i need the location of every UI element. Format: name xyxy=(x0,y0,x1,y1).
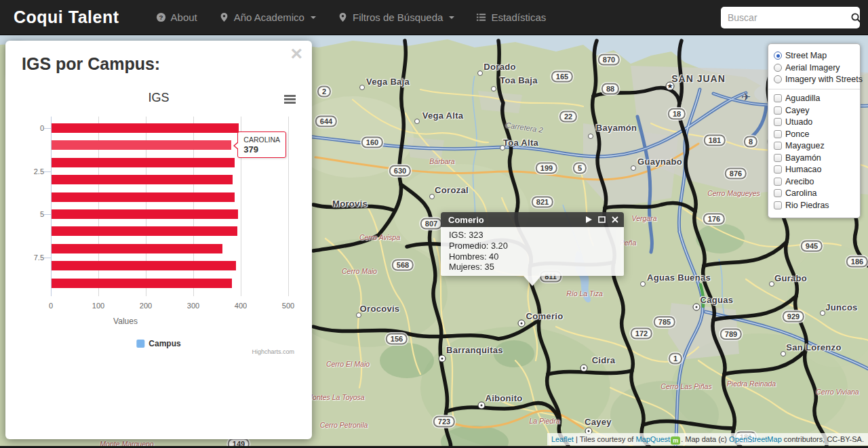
minor-label-piedra-reinada: Piedra Reinada xyxy=(727,380,776,388)
base-layer-label: Imagery with Streets xyxy=(785,75,863,84)
route-shield-181: 181 xyxy=(704,135,726,146)
chart-bar-5[interactable] xyxy=(52,209,238,219)
chart-bar-3[interactable] xyxy=(52,175,233,184)
radio-unselected[interactable] xyxy=(774,64,782,72)
overlay-layer-label: Mayaguez xyxy=(785,141,825,150)
town-label-san-lorenzo: San Lorenzo xyxy=(786,342,841,352)
base-layers-group: Street MapAerial ImageryImagery with Str… xyxy=(774,51,854,85)
checkbox-unchecked[interactable] xyxy=(774,178,782,186)
search-box xyxy=(721,7,860,28)
chart-legend[interactable]: Campus xyxy=(136,339,180,348)
town-marker-san-lorenzo xyxy=(781,351,786,357)
route-shield-568: 568 xyxy=(392,260,414,271)
x-axis-tick-label: 100 xyxy=(92,302,104,310)
town-marker-comerio xyxy=(518,320,526,327)
popup-play-icon[interactable] xyxy=(586,216,592,223)
chart-menu-icon[interactable] xyxy=(284,95,296,105)
overlay-layer-label: Rio Piedras xyxy=(785,201,829,210)
minor-label-ri-o-la-tiza: Río La Tiza xyxy=(566,289,603,298)
caret-down-icon xyxy=(311,16,316,19)
chart-bar-0[interactable] xyxy=(52,123,239,133)
chart-bar-7[interactable] xyxy=(52,244,222,253)
overlay-layer-mayaguez[interactable]: Mayaguez xyxy=(774,141,854,151)
town-marker-caguas xyxy=(693,304,701,311)
checkbox-unchecked[interactable] xyxy=(774,165,782,174)
nav-item-estadi-sticas[interactable]: Estadísticas xyxy=(465,0,557,35)
popup-stat-line: Hombres: 40 xyxy=(449,251,616,262)
chart-bar-6[interactable] xyxy=(52,226,237,236)
panel-title: IGS por Campus: xyxy=(22,54,160,74)
search-input[interactable] xyxy=(728,12,850,23)
chart-bar-1[interactable] xyxy=(52,140,231,150)
svg-text:?: ? xyxy=(159,14,163,21)
base-layer-aerial-imagery[interactable]: Aerial Imagery xyxy=(774,62,854,73)
town-marker-gurabo xyxy=(769,281,774,287)
overlay-layer-carolina[interactable]: Carolina xyxy=(774,188,854,199)
nav-item-label: Estadísticas xyxy=(491,12,546,23)
chart-bar-9[interactable] xyxy=(52,279,232,288)
base-layer-label: Aerial Imagery xyxy=(785,63,840,73)
attribution-suffix: contributors, CC-BY-SA. xyxy=(782,435,864,443)
checkbox-unchecked[interactable] xyxy=(774,154,782,162)
route-shield-2: 2 xyxy=(317,86,331,98)
nav-item-an-o-academico[interactable]: Año Academico xyxy=(208,0,327,35)
radio-selected[interactable] xyxy=(774,52,782,60)
town-marker-vega-baja xyxy=(359,85,365,90)
town-marker-vega-alta xyxy=(414,119,420,124)
checkbox-unchecked[interactable] xyxy=(774,189,782,197)
checkbox-unchecked[interactable] xyxy=(774,118,782,126)
mapquest-link[interactable]: MapQuest xyxy=(635,435,670,443)
radio-unselected[interactable] xyxy=(774,75,782,83)
overlay-layer-label: Aguadilla xyxy=(785,94,820,103)
overlay-layer-aguadilla[interactable]: Aguadilla xyxy=(774,94,854,104)
popup-stat-line: Mujeres: 35 xyxy=(449,262,616,272)
popup-maximize-icon[interactable] xyxy=(598,216,606,223)
overlay-layer-ponce[interactable]: Ponce xyxy=(774,129,854,139)
search-icon[interactable] xyxy=(850,12,861,23)
overlay-layer-rio-piedras[interactable]: Rio Piedras xyxy=(774,200,854,210)
overlay-layer-utuado[interactable]: Utuado xyxy=(774,117,854,127)
checkbox-unchecked[interactable] xyxy=(774,130,782,138)
legend-label: Campus xyxy=(149,339,180,348)
popup-close-icon[interactable] xyxy=(612,216,618,223)
town-marker-orocovis xyxy=(356,312,361,318)
mapquest-logo: m xyxy=(671,436,680,445)
attribution-mapdata-text: . Map data (c) xyxy=(681,435,729,443)
brand-logo[interactable]: Coqui Talent xyxy=(14,7,119,27)
osm-link[interactable]: OpenStreetMap xyxy=(729,435,782,443)
overlay-layer-cayey[interactable]: Cayey xyxy=(774,105,854,115)
route-shield-644: 644 xyxy=(315,116,337,127)
checkbox-unchecked[interactable] xyxy=(774,106,782,115)
chart-bar-2[interactable] xyxy=(52,158,235,167)
checkbox-unchecked[interactable] xyxy=(774,201,782,209)
nav-item-filtros-de-bu-squeda[interactable]: Filtros de Búsqueda xyxy=(327,0,465,35)
overlay-layer-label: Utuado xyxy=(785,117,812,127)
route-shield-723: 723 xyxy=(433,416,455,428)
nav-item-about[interactable]: ?About xyxy=(145,0,208,35)
chart-bar-4[interactable] xyxy=(52,192,235,202)
popup-body: IGS: 323Promedio: 3.20Hombres: 40Mujeres… xyxy=(441,227,624,276)
route-shield-8: 8 xyxy=(744,136,757,148)
base-layer-imagery-with-streets[interactable]: Imagery with Streets xyxy=(774,75,854,85)
minor-label-cerro-petronila: Cerro Petronila xyxy=(320,421,368,429)
route-shield-807: 807 xyxy=(420,218,442,230)
checkbox-unchecked[interactable] xyxy=(774,94,782,102)
chart-bar-8[interactable] xyxy=(52,261,236,270)
checkbox-unchecked[interactable] xyxy=(774,142,782,150)
overlay-layer-arecibo[interactable]: Arecibo xyxy=(774,176,854,186)
leaflet-link[interactable]: Leaflet xyxy=(551,435,574,443)
minor-label-montes-la-toyosa: Montes La Toyosa xyxy=(307,393,364,401)
route-shield-5: 5 xyxy=(573,163,587,174)
panel-close-button[interactable]: × xyxy=(290,43,302,64)
nav-item-label: Filtros de Búsqueda xyxy=(353,12,443,23)
base-layer-street-map[interactable]: Street Map xyxy=(774,51,854,61)
town-label-aguas-buenas: Aguas Buenas xyxy=(647,272,711,283)
overlay-layer-label: Ponce xyxy=(785,129,809,139)
overlay-layer-humacao[interactable]: Humacao xyxy=(774,165,854,175)
nav-menu: ?AboutAño AcademicoFiltros de BúsquedaEs… xyxy=(145,0,557,35)
chart-title: IGS xyxy=(5,91,312,105)
town-label-comerio: Comerio xyxy=(526,311,564,321)
overlay-layer-bayamo-n[interactable]: Bayamón xyxy=(774,152,854,163)
tooltip-category: CAROLINA xyxy=(243,136,280,144)
airport-icon: ✈ xyxy=(741,90,751,104)
